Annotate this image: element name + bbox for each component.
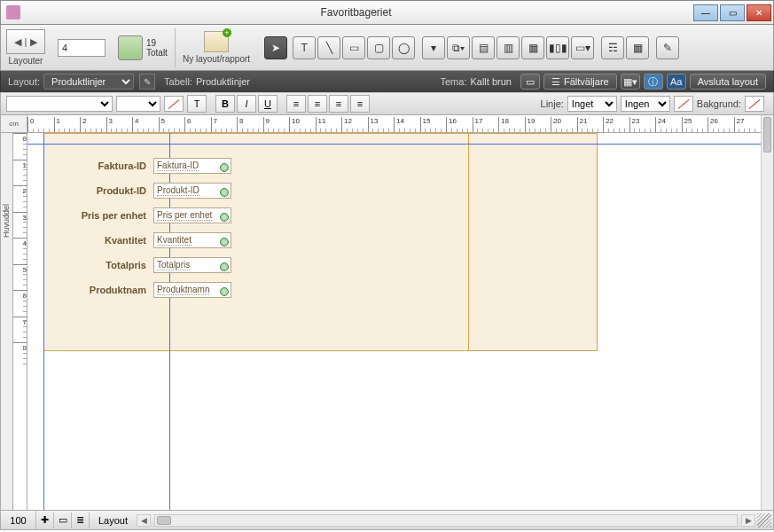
guide-left[interactable] [43, 133, 44, 510]
guide-top[interactable] [27, 144, 761, 145]
vertical-scrollbar[interactable] [761, 115, 773, 510]
field-box[interactable]: Produkt-ID [153, 183, 231, 199]
field-label[interactable]: Faktura-ID [54, 160, 153, 171]
tab-tool[interactable]: ⧉▾ [447, 36, 470, 59]
minimize-button[interactable]: ― [693, 4, 718, 21]
new-layout-icon[interactable] [204, 31, 229, 52]
lookup-icon[interactable] [220, 213, 229, 222]
lookup-icon[interactable] [220, 287, 229, 296]
field-row: Produkt-IDProdukt-ID [54, 183, 231, 199]
hscroll-left[interactable]: ◀ [137, 514, 151, 527]
line-tool[interactable]: ╲ [317, 36, 340, 59]
webviewer-tool[interactable]: ▦ [521, 36, 544, 59]
field-row: Faktura-IDFaktura-ID [54, 158, 231, 174]
vertical-ruler[interactable]: 012345678 [13, 133, 27, 510]
chart-tool[interactable]: ▮▯▮ [546, 36, 569, 59]
portal-tool[interactable]: ▤ [472, 36, 495, 59]
align-right-button[interactable]: ≡ [329, 95, 348, 113]
italic-button[interactable]: I [237, 95, 256, 113]
field-row: TotalprisTotalpris [54, 257, 231, 273]
horizontal-scrollbar[interactable] [154, 514, 738, 527]
exit-layout-button[interactable]: Avsluta layout [690, 74, 766, 90]
text-tool[interactable]: T [293, 36, 316, 59]
close-button[interactable]: ✕ [747, 4, 771, 21]
grid-button[interactable]: ▦▾ [621, 74, 640, 90]
line-color-swatch[interactable] [674, 96, 693, 112]
field-label[interactable]: Produkt-ID [54, 185, 153, 196]
resize-grip[interactable] [757, 513, 771, 528]
line-style-select[interactable]: Ingen [621, 96, 670, 112]
field-label[interactable]: Kvantitet [54, 235, 153, 246]
align-left-button[interactable]: ≡ [286, 95, 306, 113]
aa-button[interactable]: Aa [667, 74, 686, 90]
field-picker-button[interactable]: ☰ Fältväljare [543, 74, 617, 90]
field-box[interactable]: Produktnamn [153, 282, 231, 298]
textcolor-swatch[interactable] [164, 96, 184, 112]
part-label-strip: Huvuddel [1, 133, 13, 510]
layout-select[interactable]: Produktlinjer [43, 74, 134, 90]
field-box[interactable]: Kvantitet [153, 232, 231, 248]
hscroll-right[interactable]: ▶ [741, 514, 755, 527]
ruler-unit: cm [1, 115, 27, 133]
lookup-icon[interactable] [220, 262, 229, 271]
field-box[interactable]: Totalpris [153, 257, 231, 273]
part-tool[interactable]: ☶ [601, 36, 624, 59]
theme-value: Kallt brun [470, 76, 511, 87]
layout-number-input[interactable] [58, 39, 106, 57]
theme-picker-button[interactable]: ▭ [520, 74, 540, 90]
workspace: cm Huvuddel 0123456789101112131415161718… [0, 115, 774, 511]
toolbar-divider [175, 28, 176, 67]
bg-color-swatch[interactable] [745, 96, 764, 112]
roundrect-tool[interactable]: ▢ [367, 36, 390, 59]
vscroll-thumb[interactable] [763, 117, 771, 153]
tabcontrol-tool[interactable]: ▥ [496, 36, 520, 59]
status-btn2[interactable]: ▭ [54, 512, 72, 528]
format-tool[interactable]: ▦ [626, 36, 649, 59]
align-justify-button[interactable]: ≡ [350, 95, 370, 113]
edit-layout-button[interactable]: ✎ [139, 74, 155, 90]
size-select[interactable] [116, 96, 160, 112]
format-bar: T B I U ≡ ≡ ≡ ≡ Linje: Inget Ingen Bakgr… [0, 92, 774, 115]
layouter-label: Layouter [9, 56, 43, 66]
lookup-icon[interactable] [220, 188, 229, 197]
field-label[interactable]: Produktnam [54, 285, 153, 295]
button-tool[interactable]: ▭▾ [571, 36, 594, 59]
horizontal-ruler[interactable]: 0123456789101112131415161718192021222324… [27, 115, 761, 133]
hscroll-thumb[interactable] [157, 516, 171, 525]
bold-button[interactable]: B [215, 95, 235, 113]
formatpainter-tool[interactable]: ✎ [656, 36, 679, 59]
pointer-tool[interactable]: ➤ [264, 36, 287, 59]
field-tool[interactable]: ▾ [422, 36, 445, 59]
theme-label: Tema: [441, 76, 467, 87]
layout-bar: Layout: Produktlinjer ✎ Tabell: Produktl… [0, 71, 774, 92]
line-weight-select[interactable]: Inget [567, 96, 617, 112]
font-select[interactable] [6, 96, 113, 112]
book-icon[interactable] [118, 35, 143, 60]
total-label: Totalt [146, 48, 168, 58]
underline-button[interactable]: U [258, 95, 278, 113]
field-box[interactable]: Pris per enhet [153, 207, 231, 223]
info-button[interactable]: ⓘ [644, 74, 663, 90]
oval-tool[interactable]: ◯ [392, 36, 415, 59]
zoom-value[interactable]: 100 [1, 511, 36, 529]
field-label[interactable]: Pris per enhet [54, 210, 153, 221]
status-btn3[interactable]: ≣ [72, 512, 90, 528]
field-placeholder: Faktura-ID [157, 160, 199, 171]
line-label: Linje: [541, 98, 564, 109]
layout-nav[interactable]: ◀|▶ [6, 29, 45, 54]
mode-label[interactable]: Layout [90, 515, 137, 526]
style-button[interactable]: T [187, 95, 207, 113]
field-label[interactable]: Totalpris [54, 260, 153, 270]
part-label[interactable]: Huvuddel [2, 204, 11, 238]
field-row: KvantitetKvantitet [54, 232, 231, 248]
rect-tool[interactable]: ▭ [342, 36, 365, 59]
lookup-icon[interactable] [220, 163, 229, 172]
lookup-icon[interactable] [220, 238, 229, 246]
field-box[interactable]: Faktura-ID [153, 158, 231, 174]
field-placeholder: Produktnamn [157, 285, 209, 295]
status-btn1[interactable]: ✚ [36, 512, 54, 528]
align-center-button[interactable]: ≡ [308, 95, 327, 113]
app-icon [6, 5, 20, 20]
maximize-button[interactable]: ▭ [720, 4, 745, 21]
layout-canvas[interactable]: Faktura-IDFaktura-IDProdukt-IDProdukt-ID… [27, 133, 761, 510]
